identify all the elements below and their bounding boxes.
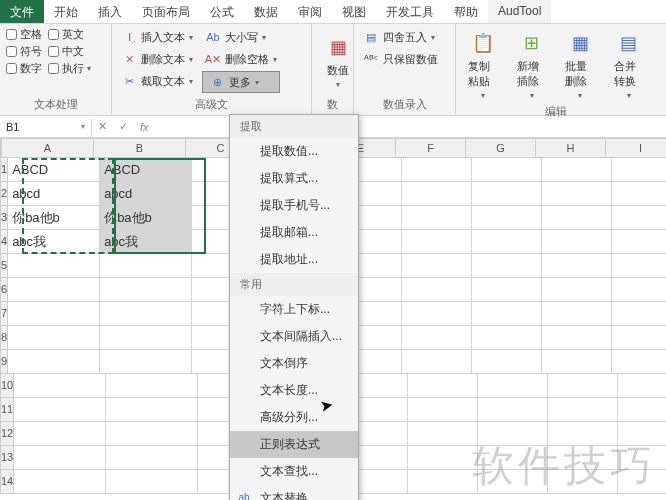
btn-trim[interactable]: A✕删除空格▾ xyxy=(202,49,280,69)
cell[interactable]: abc我 xyxy=(100,230,192,254)
cell[interactable] xyxy=(472,278,542,302)
col-head-a[interactable]: A xyxy=(2,138,94,158)
cell[interactable] xyxy=(548,374,618,398)
mi-find[interactable]: 文本查找... xyxy=(230,458,358,485)
btn-delete-text[interactable]: ⨯删除文本▾ xyxy=(118,49,196,69)
fx-cancel[interactable]: ✕ xyxy=(92,120,113,133)
cell[interactable] xyxy=(408,374,478,398)
cell[interactable] xyxy=(100,350,192,374)
btn-more[interactable]: ⊕更多▾ xyxy=(202,71,280,93)
row-head[interactable]: 1 xyxy=(0,158,8,182)
cell[interactable]: abcd xyxy=(8,182,100,206)
cell[interactable] xyxy=(106,446,198,470)
cell[interactable] xyxy=(402,230,472,254)
mi-regex[interactable]: 正则表达式 xyxy=(230,431,358,458)
mi-extract-addr[interactable]: 提取地址... xyxy=(230,246,358,273)
cell[interactable] xyxy=(8,254,100,278)
chk-symbol[interactable]: 符号 xyxy=(6,44,42,59)
cell[interactable] xyxy=(612,350,666,374)
cell[interactable] xyxy=(472,326,542,350)
mi-length[interactable]: 文本长度... xyxy=(230,377,358,404)
cell[interactable] xyxy=(542,278,612,302)
cell[interactable] xyxy=(100,254,192,278)
cell[interactable] xyxy=(612,302,666,326)
cell[interactable] xyxy=(402,278,472,302)
cell[interactable] xyxy=(478,374,548,398)
cell[interactable]: abc我 xyxy=(8,230,100,254)
cell[interactable] xyxy=(14,374,106,398)
cell[interactable] xyxy=(542,350,612,374)
tab-help[interactable]: 帮助 xyxy=(444,0,488,23)
tab-review[interactable]: 审阅 xyxy=(288,0,332,23)
cell[interactable] xyxy=(542,302,612,326)
col-head-h[interactable]: H xyxy=(536,138,606,158)
cell[interactable] xyxy=(8,302,100,326)
tab-home[interactable]: 开始 xyxy=(44,0,88,23)
cell[interactable] xyxy=(478,470,548,494)
cell[interactable] xyxy=(100,278,192,302)
cell[interactable] xyxy=(402,182,472,206)
btn-batchdel[interactable]: ▦批量删除▾ xyxy=(559,27,602,102)
col-head-b[interactable]: B xyxy=(94,138,186,158)
cell[interactable] xyxy=(408,446,478,470)
row-head[interactable]: 11 xyxy=(0,398,14,422)
cell[interactable] xyxy=(612,230,666,254)
btn-copypaste[interactable]: 📋复制粘贴▾ xyxy=(462,27,505,102)
cell[interactable] xyxy=(408,398,478,422)
cell[interactable] xyxy=(548,470,618,494)
cell[interactable]: 你ba他b xyxy=(100,206,192,230)
cell[interactable] xyxy=(408,422,478,446)
fx-ok[interactable]: ✓ xyxy=(113,120,134,133)
row-head[interactable]: 4 xyxy=(0,230,8,254)
cell[interactable] xyxy=(100,326,192,350)
cell[interactable] xyxy=(542,326,612,350)
chk-chinese[interactable]: 中文 xyxy=(48,44,91,59)
mi-extract-email[interactable]: 提取邮箱... xyxy=(230,219,358,246)
cell[interactable] xyxy=(542,254,612,278)
mi-reverse[interactable]: 文本倒序 xyxy=(230,350,358,377)
cell[interactable] xyxy=(548,446,618,470)
cell[interactable] xyxy=(402,206,472,230)
tab-audtool[interactable]: AudTool xyxy=(488,0,551,23)
tab-formula[interactable]: 公式 xyxy=(200,0,244,23)
cell[interactable] xyxy=(612,206,666,230)
cell[interactable] xyxy=(548,398,618,422)
cell[interactable]: 你ba他b xyxy=(8,206,100,230)
cell[interactable]: ABCD xyxy=(8,158,100,182)
row-head[interactable]: 10 xyxy=(0,374,14,398)
tab-insert[interactable]: 插入 xyxy=(88,0,132,23)
cell[interactable]: ABCD xyxy=(100,158,192,182)
btn-merge[interactable]: ▤合并转换▾ xyxy=(608,27,651,102)
cell[interactable] xyxy=(106,422,198,446)
chk-english[interactable]: 英文 xyxy=(48,27,91,42)
cell[interactable] xyxy=(618,422,666,446)
cell[interactable] xyxy=(14,446,106,470)
cell[interactable] xyxy=(402,326,472,350)
row-head[interactable]: 7 xyxy=(0,302,8,326)
btn-number[interactable]: ▦数值▾ xyxy=(318,27,358,95)
cell[interactable] xyxy=(472,158,542,182)
cell[interactable] xyxy=(612,182,666,206)
cell[interactable] xyxy=(14,470,106,494)
cell[interactable] xyxy=(612,254,666,278)
mi-extract-phone[interactable]: 提取手机号... xyxy=(230,192,358,219)
col-head-g[interactable]: G xyxy=(466,138,536,158)
cell[interactable] xyxy=(612,158,666,182)
cell[interactable] xyxy=(478,422,548,446)
cell[interactable] xyxy=(14,398,106,422)
btn-case[interactable]: Ab大小写▾ xyxy=(202,27,280,47)
cell[interactable] xyxy=(8,350,100,374)
btn-keepnum[interactable]: ᴬᴮᶜ只保留数值 xyxy=(360,49,441,69)
cell[interactable] xyxy=(402,254,472,278)
tab-view[interactable]: 视图 xyxy=(332,0,376,23)
row-head[interactable]: 5 xyxy=(0,254,8,278)
cell[interactable] xyxy=(8,326,100,350)
name-box[interactable]: B1▾ xyxy=(0,119,92,135)
cell[interactable] xyxy=(472,182,542,206)
cell[interactable] xyxy=(542,230,612,254)
cell[interactable] xyxy=(478,398,548,422)
cell[interactable] xyxy=(618,470,666,494)
fx-icon[interactable]: fx xyxy=(134,121,155,133)
btn-cut-text[interactable]: ✂截取文本▾ xyxy=(118,71,196,91)
tab-layout[interactable]: 页面布局 xyxy=(132,0,200,23)
